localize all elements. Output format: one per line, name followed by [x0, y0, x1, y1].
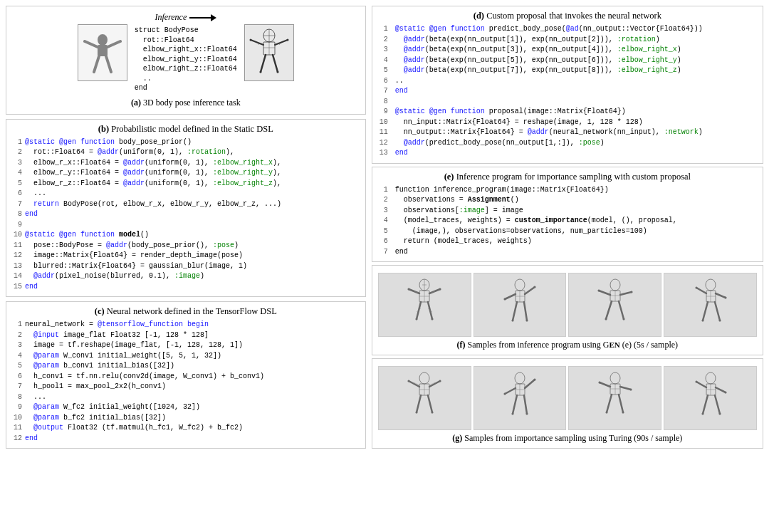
panel-d-code: 1 @static @gen function predict_body_pos…	[378, 24, 757, 159]
sample-image-f3	[568, 273, 661, 337]
svg-line-105	[620, 387, 631, 390]
panel-f-caption: (f) Samples from inference program using…	[378, 340, 757, 350]
svg-point-35	[431, 318, 434, 320]
svg-point-84	[416, 412, 418, 414]
panel-e-code: 1 function inference_program(image::Matr…	[378, 185, 757, 258]
svg-line-56	[606, 301, 612, 319]
svg-line-107	[619, 395, 623, 412]
svg-line-30	[417, 302, 421, 319]
svg-point-72	[701, 320, 703, 322]
svg-line-55	[620, 292, 632, 295]
svg-line-12	[251, 40, 263, 45]
svg-point-98	[511, 413, 513, 415]
svg-point-33	[439, 288, 441, 291]
svg-line-43	[525, 287, 535, 294]
panel-a-content: Inference struct BodyPose rot::Float64 e…	[78, 12, 294, 93]
svg-point-110	[605, 412, 607, 414]
svg-line-80	[417, 395, 421, 412]
panel-d: (d) Custom proposal that invokes the neu…	[372, 6, 763, 164]
inference-arrow-section: Inference struct BodyPose rot::Float64 e…	[135, 12, 237, 93]
svg-line-81	[428, 395, 432, 412]
svg-line-17	[273, 55, 278, 72]
svg-point-47	[533, 286, 535, 288]
sample-image-g3	[568, 366, 661, 430]
svg-line-54	[599, 291, 610, 295]
svg-point-90	[515, 372, 525, 384]
panel-a: Inference struct BodyPose rot::Float64 e…	[6, 6, 366, 115]
right-column: (d) Custom proposal that invokes the neu…	[372, 6, 763, 526]
svg-point-73	[718, 320, 721, 322]
panel-e: (e) Inference program for importance sam…	[372, 167, 763, 263]
panel-d-title: (d) Custom proposal that invokes the neu…	[378, 11, 757, 21]
panel-g-caption: (g) Samples from importance sampling usi…	[378, 433, 757, 444]
svg-point-82	[408, 380, 410, 382]
svg-line-44	[513, 302, 517, 320]
svg-line-45	[524, 302, 527, 320]
panel-c-code: 1neural_network = @tensorflow_function b…	[12, 320, 360, 444]
svg-line-69	[715, 302, 720, 320]
svg-line-94	[513, 395, 517, 414]
svg-point-96	[503, 393, 506, 395]
svg-line-3	[108, 41, 120, 47]
panel-b: (b) Probabilistic model defined in the S…	[6, 119, 366, 298]
svg-point-32	[408, 288, 410, 291]
panel-b-title: (b) Probabilistic model defined in the S…	[12, 124, 360, 135]
svg-line-67	[716, 293, 726, 298]
svg-point-109	[629, 389, 632, 391]
left-column: Inference struct BodyPose rot::Float64 e…	[6, 6, 366, 526]
inference-label: Inference	[155, 12, 187, 23]
sample-image-g1	[378, 366, 471, 430]
panel-f-grid	[378, 273, 757, 337]
svg-point-61	[622, 318, 624, 320]
svg-point-60	[605, 318, 607, 320]
svg-rect-1	[98, 45, 108, 56]
svg-line-4	[94, 56, 99, 72]
svg-line-118	[703, 395, 708, 414]
sample-image-f2	[474, 273, 567, 337]
svg-line-92	[505, 388, 516, 394]
svg-line-95	[524, 395, 527, 414]
svg-point-108	[598, 382, 600, 384]
svg-point-46	[503, 298, 506, 301]
panel-g-grid	[378, 366, 757, 430]
sample-image-f1	[378, 273, 471, 337]
svg-point-58	[597, 290, 600, 292]
output-pose-image	[244, 24, 294, 81]
svg-point-122	[701, 413, 703, 415]
svg-line-57	[619, 301, 624, 319]
svg-line-78	[409, 381, 419, 387]
gen-label: EN	[610, 340, 620, 349]
svg-line-79	[429, 381, 440, 387]
svg-line-119	[715, 395, 720, 414]
svg-point-40	[515, 279, 525, 291]
sample-image-f4	[664, 273, 757, 337]
svg-line-68	[703, 302, 708, 320]
svg-point-70	[695, 287, 697, 289]
panel-f: (f) Samples from inference program using…	[372, 265, 763, 355]
svg-point-49	[525, 320, 528, 322]
arrow	[189, 14, 216, 21]
sample-image-g2	[474, 366, 567, 430]
panel-b-code: 1@static @gen function body_pose_prior()…	[12, 137, 360, 293]
svg-point-114	[706, 372, 716, 384]
svg-point-19	[286, 39, 288, 41]
svg-point-71	[724, 297, 726, 299]
svg-point-99	[525, 413, 528, 415]
svg-line-104	[600, 382, 610, 387]
panel-c-title: (c) Neural network defined in the Tensor…	[12, 306, 360, 317]
svg-point-52	[610, 279, 620, 291]
svg-line-93	[525, 380, 535, 388]
svg-line-2	[85, 41, 98, 47]
svg-point-20	[259, 71, 261, 73]
svg-line-106	[607, 395, 612, 412]
svg-line-14	[275, 40, 288, 45]
svg-line-117	[716, 387, 726, 392]
panel-a-caption: (a) 3D body pose inference task	[131, 98, 241, 108]
svg-point-48	[511, 320, 513, 322]
panel-e-title: (e) Inference program for importance sam…	[378, 172, 757, 182]
struct-box: struct BodyPose rot::Float64 elbow_right…	[135, 26, 237, 93]
svg-point-123	[718, 413, 721, 415]
main-container: Inference struct BodyPose rot::Float64 e…	[0, 0, 769, 532]
svg-point-97	[533, 379, 535, 381]
svg-line-5	[106, 56, 111, 72]
